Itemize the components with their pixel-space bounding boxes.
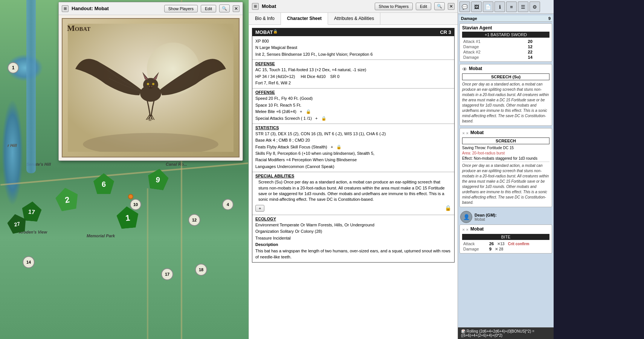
statistics-section: STATISTICS STR 17 (3), DEX 15 (2), CON 1… xyxy=(252,124,454,172)
special-abilities-section: SPECIAL ABILITIES Screech (Su) Once per … xyxy=(252,172,454,215)
tab-attributes[interactable]: Attributes & Abilities xyxy=(328,13,380,24)
xp-row: XP 800 xyxy=(255,38,451,44)
base-atk-row: Base Atk 4 ; CMB 8 ; CMD 20 xyxy=(255,137,451,143)
right-panel: 💬 🖼 📄 ℹ ≡ ☰ ⚙ Damage 9 Stavian Agent +1 … xyxy=(458,0,554,339)
damage-value: 9 xyxy=(548,16,551,21)
image-icon-btn[interactable]: 🖼 xyxy=(471,2,482,12)
melee-row: Melee Bite +6 (2d6+4) + 🔒 xyxy=(255,109,451,115)
svg-point-12 xyxy=(149,86,150,87)
list-icon-btn[interactable]: ≡ xyxy=(506,2,517,12)
special-attacks-row: Special Attacks Screech ( 1 /1) + 🔒 xyxy=(255,116,451,121)
skills-row: Skills Fly 8, Perception 6 (+10 when usi… xyxy=(255,151,451,156)
circle-token-18[interactable]: 18 xyxy=(195,264,207,276)
sheet-content[interactable]: MOBAT 🔒 CR 3 XP 800 N Large Magical Beas… xyxy=(249,25,458,339)
attack1-label: Attack #1 xyxy=(462,39,527,44)
bite-attack-row: Attack 26 ✕13 Crit confirm xyxy=(462,241,549,246)
search-handout-button[interactable]: 🔍 xyxy=(219,5,230,12)
screech-long-card: 👁 Mobat SCREECH (Su) Once per day as a s… xyxy=(459,64,552,126)
circle-token-4[interactable]: 4 xyxy=(222,199,233,210)
sheet-panel-icon[interactable]: ⊞ xyxy=(252,3,259,10)
show-players-button[interactable]: Show Players xyxy=(164,5,198,12)
svg-point-9 xyxy=(147,83,149,85)
bite-damage-label: Damage xyxy=(462,246,488,252)
hp-row: HP 34 / 34 (4d10+12) Hit Dice 4d10 SR 0 xyxy=(255,74,451,79)
close-handout-button[interactable]: ✕ xyxy=(233,5,240,12)
handout-image-title: Mobat xyxy=(67,23,90,33)
offense-title: OFFENSE xyxy=(255,90,451,95)
bite-x-icon-1[interactable]: ✕ xyxy=(462,228,465,232)
stat-block-name-bar: MOBAT 🔒 CR 3 xyxy=(252,28,454,36)
bite-x-icon-2[interactable]: ✕ xyxy=(466,228,469,232)
circle-token-1[interactable]: 1 xyxy=(8,62,19,73)
bite-table: Attack 26 ✕13 Crit confirm Damage 9 ✕ xyxy=(462,241,549,252)
gm-avatar: 👤 xyxy=(460,211,472,223)
doc-icon-btn[interactable]: 📄 xyxy=(483,2,493,12)
bite-damage-x: ✕ 28 xyxy=(495,247,503,251)
stavian-sword-title: +1 BASTARD SWORD xyxy=(462,32,549,38)
map-label-memorial-park: Memorial Park xyxy=(87,234,115,238)
damage1-value: 12 xyxy=(527,44,549,49)
attack2-label: Attack #2 xyxy=(462,49,527,55)
svg-point-4 xyxy=(143,78,158,92)
chat-icon-btn[interactable]: 💬 xyxy=(459,2,470,12)
info-icon-btn[interactable]: ℹ xyxy=(494,2,505,12)
circle-token-12[interactable]: 12 xyxy=(188,214,200,226)
handout-title: Handout: Mobat xyxy=(72,6,161,11)
bat-svg xyxy=(68,24,233,152)
sheet-header: ⊞ Mobat Show to Players Edit 🔍 ✕ xyxy=(249,0,458,13)
ecology-title: ECOLOGY xyxy=(255,217,451,221)
handout-panel-icon[interactable]: ⊞ xyxy=(62,5,69,12)
eye-icon[interactable]: 👁 xyxy=(462,66,467,72)
show-to-players-button[interactable]: Show to Players xyxy=(375,3,413,10)
close-sheet-button[interactable]: ✕ xyxy=(448,3,455,10)
lock-ability-icon[interactable]: 🔒 xyxy=(445,205,451,212)
tab-character-sheet[interactable]: Character Sheet xyxy=(281,13,328,25)
screech-long-text: Once per day as a standard action, a mob… xyxy=(462,82,549,124)
languages-row: Languages Undercommon (Cannot Speak) xyxy=(255,164,451,170)
attack2-value: 22 xyxy=(527,49,549,55)
init-senses-row: Init 2, Senses Blindsense 120 Ft., Low-l… xyxy=(255,52,451,57)
treasure-row: Treasure Incidental xyxy=(255,235,451,241)
circle-token-17b[interactable]: 17 xyxy=(161,268,173,280)
svg-point-10 xyxy=(152,83,154,85)
search-sheet-button[interactable]: 🔍 xyxy=(434,2,445,10)
screech-area: Area: 20-foot-radius burst xyxy=(462,151,549,155)
handout-image: Mobat xyxy=(62,18,240,157)
tab-bio-info[interactable]: Bio & Info xyxy=(249,13,281,24)
circle-token-10[interactable]: 10 xyxy=(130,199,141,210)
edit-sheet-button[interactable]: Edit xyxy=(416,3,431,10)
environment-row: Environment Temperate Or Warm Forests, H… xyxy=(255,222,451,228)
screech-ability: Screech (Su) Once per day as a standard … xyxy=(255,179,451,203)
gm-name: Dean (GM): xyxy=(475,213,497,217)
bite-card-name: Mobat xyxy=(470,226,484,232)
type-row: N Large Magical Beast xyxy=(255,45,451,50)
bite-damage-value: 9 ✕ 28 xyxy=(488,246,549,252)
attack1-row: Attack #1 20 xyxy=(462,39,549,44)
dice-token-2[interactable]: 2 xyxy=(54,186,80,212)
x-icon-1[interactable]: ✕ xyxy=(462,131,465,135)
circle-token-14[interactable]: 14 xyxy=(23,256,35,268)
x-icon-2[interactable]: ✕ xyxy=(466,131,469,135)
bite-title: BITE xyxy=(462,234,549,240)
creature-cr: CR 3 xyxy=(440,29,451,35)
screech-effect: Effect: Non-mobats staggered for 1d3 rou… xyxy=(462,156,549,160)
basic-info-section: XP 800 N Large Magical Beast Init 2, Sen… xyxy=(252,36,454,60)
handout-image-container: Mobat xyxy=(59,15,243,160)
bite-damage-row: Damage 9 ✕ 28 xyxy=(462,246,549,252)
handout-header: ⊞ Handout: Mobat Show Players Edit 🔍 ✕ xyxy=(59,2,243,15)
damage1-label: Damage xyxy=(462,44,527,49)
add-ability-button[interactable]: + xyxy=(255,205,264,212)
saves-row: Fort 7, Ref 6, Will 2 xyxy=(255,80,451,86)
screech-short-card: ✕ ✕ Mobat SCREECH Saving Throw: Fortitud… xyxy=(459,128,552,207)
orange-marker[interactable] xyxy=(128,194,133,199)
map-area[interactable]: r Hill Senate's Hill Canal Ro... Aroden'… xyxy=(0,0,249,339)
settings-icon-btn[interactable]: ⚙ xyxy=(530,2,540,12)
bite-attack-label: Attack xyxy=(462,241,488,246)
ac-row: AC 15, Touch 11, Flat-footed 13 (+2 Dex,… xyxy=(255,67,451,73)
menu-icon-btn[interactable]: ☰ xyxy=(518,2,528,12)
edit-handout-button[interactable]: Edit xyxy=(201,5,216,12)
creature-name: MOBAT xyxy=(255,29,273,35)
bite-attack-x: ✕13 xyxy=(497,242,504,246)
right-panel-content[interactable]: Damage 9 Stavian Agent +1 BASTARD SWORD … xyxy=(458,14,554,327)
crit-confirm: Crit confirm xyxy=(508,242,530,246)
